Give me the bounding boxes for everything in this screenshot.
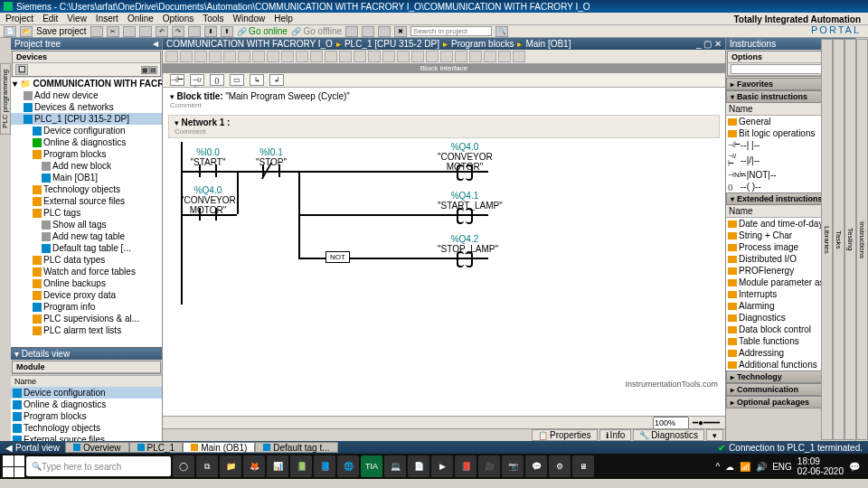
instr-search-input[interactable] [731, 64, 827, 74]
et-icon[interactable] [354, 51, 366, 62]
go-online-button[interactable]: 🔗 Go online [237, 26, 288, 36]
side-tab-instructions[interactable]: Instructions [856, 39, 868, 440]
block-comment[interactable]: Comment [170, 101, 718, 109]
et-icon[interactable] [469, 51, 482, 62]
tb-app-icon[interactable]: 🎥 [478, 455, 500, 477]
tree-item[interactable]: PLC alarm text lists [11, 324, 162, 336]
taskbar-search-input[interactable]: 🔍 Type here to search [26, 456, 171, 476]
et-icon[interactable] [223, 51, 236, 62]
plc-programming-tab[interactable]: PLC programming [0, 63, 11, 135]
search-input[interactable] [410, 26, 492, 36]
sb-main-tab[interactable]: Main (OB1) [183, 442, 255, 453]
menu-edit[interactable]: Edit [42, 14, 58, 23]
side-tab-tasks[interactable]: Tasks [833, 39, 844, 440]
et-icon[interactable] [281, 51, 294, 62]
et-icon[interactable] [339, 51, 352, 62]
redo-icon[interactable]: ↷ [172, 26, 184, 37]
et-icon[interactable] [484, 51, 496, 62]
prop-collapse-icon[interactable]: ▾ [706, 429, 723, 441]
tray-notif-icon[interactable]: 💬 [849, 462, 860, 472]
et-icon[interactable] [325, 51, 337, 62]
diagnostics-tab[interactable]: 🔧Diagnostics [633, 429, 704, 441]
menu-online[interactable]: Online [127, 14, 154, 23]
download-icon[interactable]: ⬇ [204, 26, 217, 37]
tree-item[interactable]: Technology objects [11, 183, 162, 195]
module-tab[interactable]: Module [13, 361, 160, 373]
menu-options[interactable]: Options [163, 14, 193, 23]
copy-icon[interactable] [123, 26, 136, 37]
tree-item[interactable]: Default tag table [... [11, 242, 162, 254]
tb-app-icon[interactable]: 🦊 [243, 455, 265, 477]
not-block[interactable]: NOT [326, 251, 350, 263]
side-tab-libraries[interactable]: Libraries [821, 39, 833, 440]
et-icon[interactable] [296, 51, 308, 62]
tray-vol-icon[interactable]: 🔊 [756, 462, 767, 472]
et-icon[interactable] [455, 51, 467, 62]
tb-icon-1[interactable] [345, 26, 358, 37]
coil-icon[interactable]: () [210, 74, 224, 86]
branch-icon[interactable]: ↳ [250, 74, 264, 86]
tb-app-icon[interactable]: 📘 [314, 455, 335, 477]
et-icon[interactable] [382, 51, 395, 62]
tb-app-icon[interactable]: 💻 [384, 455, 406, 477]
tray-cloud-icon[interactable]: ☁ [725, 462, 734, 472]
tree-opt1-icon[interactable]: ▦ [141, 66, 149, 74]
tree-item[interactable]: External source files [11, 195, 162, 207]
start-button[interactable] [3, 455, 24, 477]
tree-item[interactable]: PLC data types [11, 254, 162, 266]
tree-item[interactable]: Online backups [11, 277, 162, 289]
paste-icon[interactable] [139, 26, 152, 37]
et-icon[interactable] [411, 51, 424, 62]
save-project-button[interactable]: Save project [36, 26, 87, 36]
zoom-slider[interactable]: ━●━━━ [693, 418, 720, 427]
tree-item[interactable]: Program blocks [11, 148, 162, 160]
open-icon[interactable]: 📂 [20, 26, 33, 37]
go-offline-button[interactable]: 🔗 Go offline [291, 26, 342, 36]
tray-lang[interactable]: ENG [772, 462, 792, 472]
details-item[interactable]: Device configuration [11, 387, 162, 399]
tb-app-icon[interactable]: 📗 [290, 455, 312, 477]
network-header[interactable]: ▾ Network 1 : Comment [168, 115, 720, 138]
menu-insert[interactable]: Insert [96, 14, 118, 23]
tree-item[interactable]: PLC tags [11, 207, 162, 219]
menu-help[interactable]: Help [274, 14, 293, 23]
portal-view-button[interactable]: ◀ Portal view [0, 443, 65, 453]
et-icon[interactable] [165, 51, 178, 62]
tree-item[interactable]: Add new tag table [11, 230, 162, 242]
tb-app-icon[interactable]: 📕 [455, 455, 476, 477]
tb-app-icon[interactable]: 🖥 [572, 455, 594, 477]
zoom-input[interactable] [653, 417, 689, 429]
et-icon[interactable] [238, 51, 250, 62]
undo-icon[interactable]: ↶ [156, 26, 168, 37]
tree-item[interactable]: Device configuration [11, 125, 162, 136]
search-icon[interactable]: 🔍 [495, 26, 508, 37]
details-item[interactable]: Technology objects [11, 422, 162, 434]
tray-clock[interactable]: 18:0902-06-2020 [797, 456, 844, 476]
sb-plc-tab[interactable]: PLC_1 [129, 442, 184, 453]
et-icon[interactable] [252, 51, 265, 62]
tree-item[interactable]: PLC_1 [CPU 315-2 DP] [11, 113, 162, 125]
tb-app-icon[interactable]: 🌐 [337, 455, 359, 477]
et-icon[interactable] [440, 51, 453, 62]
print-icon[interactable] [90, 26, 103, 37]
tb-app-icon[interactable]: 📄 [408, 455, 429, 477]
box-icon[interactable]: ▭ [230, 74, 244, 86]
et-icon[interactable] [498, 51, 511, 62]
tb-icon-2[interactable] [362, 26, 374, 37]
et-icon[interactable] [310, 51, 323, 62]
menu-project[interactable]: Project [5, 14, 33, 23]
properties-tab[interactable]: 📋Properties [532, 429, 598, 441]
branch-close-icon[interactable]: ↲ [269, 74, 284, 86]
et-icon[interactable] [513, 51, 525, 62]
ladder-editor[interactable]: ▾ Block title: "Main Program Sweep (Cycl… [163, 88, 725, 416]
tb-app-icon[interactable]: 📊 [267, 455, 288, 477]
tb-icon-3[interactable] [378, 26, 391, 37]
tb-app-icon[interactable]: 📷 [502, 455, 524, 477]
upload-icon[interactable]: ⬆ [221, 26, 233, 37]
sb-overview-tab[interactable]: Overview [65, 442, 129, 453]
tree-item[interactable]: Devices & networks [11, 101, 162, 113]
details-item[interactable]: External source files [11, 434, 162, 441]
tb-app-icon[interactable]: 💬 [525, 455, 547, 477]
tb-app-icon[interactable]: TIA [361, 455, 382, 477]
tree-item[interactable]: Main [OB1] [11, 172, 162, 183]
